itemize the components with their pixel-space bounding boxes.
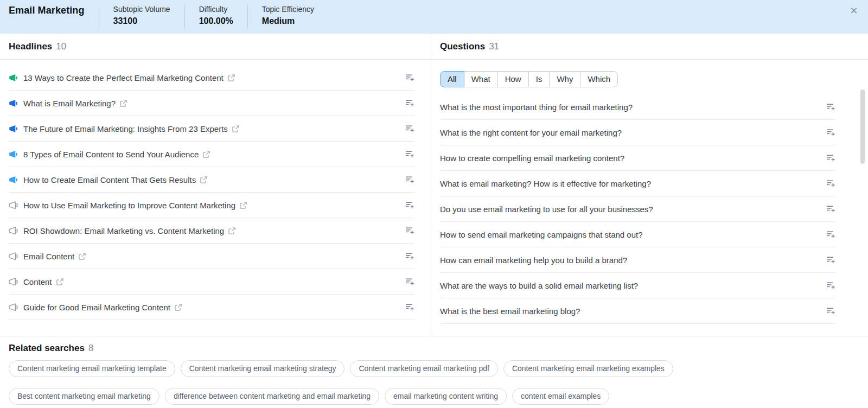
related-search-pill[interactable]: Best content marketing email marketing (9, 388, 159, 405)
headline-link[interactable]: What is Email Marketing? (23, 99, 127, 108)
headline-link[interactable]: Guide for Good Email Marketing Content (23, 303, 182, 312)
headline-link[interactable]: The Future of Email Marketing: Insights … (23, 124, 239, 133)
headline-text: Email Content (23, 252, 74, 261)
add-to-list-icon[interactable] (826, 103, 835, 111)
add-to-list-icon[interactable] (405, 226, 414, 235)
headline-text: ROI Showdown: Email Marketing vs. Conten… (23, 226, 224, 235)
add-to-list-icon[interactable] (405, 99, 414, 107)
add-to-list-icon[interactable] (405, 150, 414, 158)
megaphone-icon (9, 150, 18, 158)
scrollbar-thumb[interactable] (860, 90, 865, 164)
megaphone-icon (9, 227, 18, 235)
headline-text: Guide for Good Email Marketing Content (23, 303, 170, 312)
headline-row: 8 Types of Email Content to Send Your Au… (9, 142, 414, 167)
question-filter-tab-all[interactable]: All (440, 71, 464, 87)
external-link-icon (120, 100, 127, 107)
related-search-pill[interactable]: Content marketing email marketing exampl… (503, 360, 673, 377)
question-text: How can email marketing help you to buil… (440, 256, 627, 265)
add-to-list-icon[interactable] (405, 73, 414, 82)
questions-panel: Questions 31 AllWhatHowIsWhyWhich What i… (431, 34, 868, 336)
add-to-list-icon[interactable] (826, 179, 835, 188)
related-search-pill[interactable]: difference between content marketing and… (165, 388, 379, 405)
headline-row: The Future of Email Marketing: Insights … (9, 116, 414, 142)
question-row: What is the best email marketing blog? (440, 298, 835, 324)
headline-row: Email Content (9, 244, 414, 269)
topic-title: Email Marketing (9, 0, 85, 34)
related-searches-count: 8 (88, 343, 93, 354)
headline-text: 13 Ways to Create the Perfect Email Mark… (23, 73, 224, 82)
question-text: How to send email marketing campaigns th… (440, 230, 643, 239)
question-text: How to create compelling email marketing… (440, 154, 624, 163)
external-link-icon (200, 176, 207, 183)
stat-value: 33100 (113, 15, 170, 27)
add-to-list-icon[interactable] (826, 307, 835, 315)
add-to-list-icon[interactable] (826, 256, 835, 264)
headline-row: What is Email Marketing? (9, 91, 414, 116)
related-searches-section: Related searches 8 Content marketing ema… (0, 336, 868, 405)
questions-title: Questions (440, 41, 485, 52)
topic-header: Email Marketing Subtopic Volume 33100 Di… (0, 0, 868, 34)
related-search-pill[interactable]: Content marketing email marketing templa… (9, 360, 175, 377)
headline-row: Guide for Good Email Marketing Content (9, 295, 414, 320)
external-link-icon (228, 227, 235, 234)
stat-label: Topic Efficiency (262, 4, 314, 14)
headline-row: 13 Ways to Create the Perfect Email Mark… (9, 65, 414, 91)
headline-link[interactable]: How to Use Email Marketing to Improve Co… (23, 201, 247, 210)
add-to-list-icon[interactable] (826, 154, 835, 162)
headline-link[interactable]: How to Create Email Content That Gets Re… (23, 175, 207, 184)
close-icon[interactable]: ✕ (847, 4, 860, 17)
headline-link[interactable]: Email Content (23, 252, 86, 261)
question-filter-tab-which[interactable]: Which (580, 71, 618, 87)
related-search-pill[interactable]: content email examples (512, 388, 609, 405)
headline-row: How to Use Email Marketing to Improve Co… (9, 193, 414, 218)
headline-link[interactable]: ROI Showdown: Email Marketing vs. Conten… (23, 226, 235, 235)
external-link-icon (203, 151, 210, 158)
related-search-pill[interactable]: email marketing content writing (385, 388, 507, 405)
add-to-list-icon[interactable] (826, 205, 835, 213)
stat-value: Medium (262, 15, 314, 27)
stat-topic-efficiency: Topic Efficiency Medium (248, 0, 314, 34)
add-to-list-icon[interactable] (826, 128, 835, 137)
question-text: What is the best email marketing blog? (440, 307, 580, 316)
add-to-list-icon[interactable] (405, 277, 414, 286)
headline-link[interactable]: Content (23, 277, 63, 286)
question-filter-bar: AllWhatHowIsWhyWhich (440, 71, 859, 87)
add-to-list-icon[interactable] (405, 201, 414, 209)
headline-link[interactable]: 13 Ways to Create the Perfect Email Mark… (23, 73, 235, 82)
external-link-icon (56, 278, 63, 285)
stat-value: 100.00% (199, 15, 233, 27)
external-link-icon (175, 304, 182, 311)
headlines-title: Headlines (9, 41, 52, 52)
add-to-list-icon[interactable] (405, 252, 414, 260)
question-filter-tab-is[interactable]: Is (528, 71, 550, 87)
headline-text: How to Use Email Marketing to Improve Co… (23, 201, 235, 210)
add-to-list-icon[interactable] (826, 230, 835, 239)
question-row: What are the ways to build a solid email… (440, 273, 835, 298)
related-search-pill[interactable]: Content marketing email marketing pdf (350, 360, 497, 377)
megaphone-icon (9, 303, 18, 311)
question-row: How to send email marketing campaigns th… (440, 222, 835, 247)
headline-text: How to Create Email Content That Gets Re… (23, 175, 196, 184)
add-to-list-icon[interactable] (405, 175, 414, 184)
megaphone-icon (9, 74, 18, 82)
stat-difficulty: Difficulty 100.00% (185, 0, 233, 34)
stat-label: Difficulty (199, 4, 233, 14)
question-text: What is email marketing? How is it effec… (440, 179, 651, 188)
headline-text: 8 Types of Email Content to Send Your Au… (23, 150, 199, 159)
question-filter-tab-how[interactable]: How (497, 71, 529, 87)
headline-text: The Future of Email Marketing: Insights … (23, 124, 228, 133)
add-to-list-icon[interactable] (405, 303, 414, 311)
question-filter-tab-what[interactable]: What (464, 71, 498, 87)
questions-header: Questions 31 (431, 34, 868, 60)
headlines-count: 10 (56, 41, 66, 52)
question-filter-tab-why[interactable]: Why (549, 71, 580, 87)
add-to-list-icon[interactable] (405, 124, 414, 133)
related-search-pill[interactable]: Content marketing email marketing strate… (181, 360, 345, 377)
question-row: What is the most important thing for ema… (440, 94, 835, 120)
megaphone-icon (9, 278, 18, 286)
megaphone-icon (9, 252, 18, 260)
add-to-list-icon[interactable] (826, 281, 835, 290)
headline-link[interactable]: 8 Types of Email Content to Send Your Au… (23, 150, 210, 159)
main-content: Headlines 10 13 Ways to Create the Perfe… (0, 34, 868, 336)
headline-row: Content (9, 269, 414, 295)
